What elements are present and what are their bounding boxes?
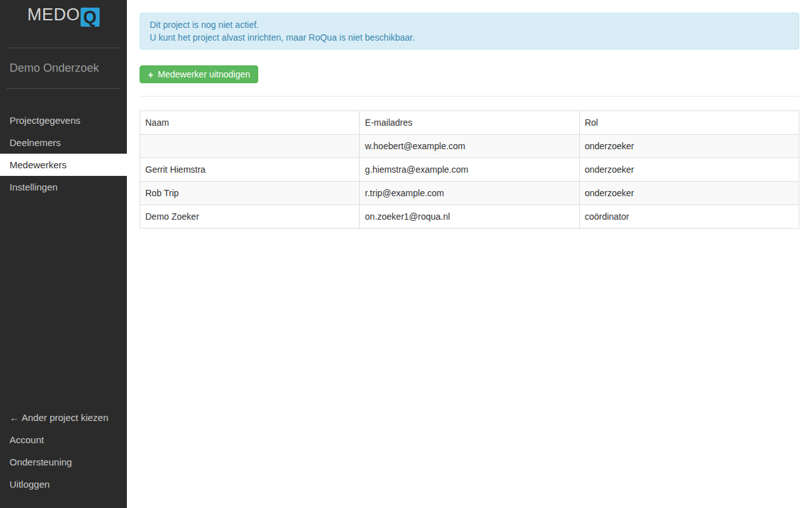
sidebar-item-projectgegevens[interactable]: Projectgegevens: [0, 109, 127, 131]
left-arrow-icon: ←: [10, 412, 19, 423]
table-row: Rob Trip r.trip@example.com onderzoeker: [140, 182, 799, 205]
sidebar-item-ander-project-kiezen[interactable]: ←Ander project kiezen: [0, 406, 127, 429]
cell-naam: [140, 135, 360, 158]
logo-text: MEDO: [27, 5, 80, 24]
plus-icon: +: [148, 70, 154, 79]
sidebar-nav: Projectgegevens Deelnemers Medewerkers I…: [0, 109, 127, 198]
sidebar-item-label: Ander project kiezen: [22, 412, 108, 423]
invite-medewerker-button[interactable]: + Medewerker uitnodigen: [140, 65, 258, 83]
medewerkers-table: Naam E-mailadres Rol w.hoebert@example.c…: [140, 110, 799, 229]
cell-email: r.trip@example.com: [360, 182, 579, 205]
cell-email: w.hoebert@example.com: [360, 135, 579, 158]
cell-rol: onderzoeker: [579, 135, 799, 158]
sidebar: MEDOQ Demo Onderzoek Projectgegevens Dee…: [0, 0, 127, 508]
project-inactive-alert: Dit project is nog niet actief. U kunt h…: [140, 13, 799, 50]
alert-line: Dit project is nog niet actief.: [150, 18, 789, 31]
alert-line: U kunt het project alvast inrichten, maa…: [150, 31, 789, 44]
table-row: Demo Zoeker on.zoeker1@roqua.nl coördina…: [140, 205, 799, 229]
sidebar-divider: [6, 88, 121, 89]
cell-email: on.zoeker1@roqua.nl: [360, 205, 579, 229]
main-content: Dit project is nog niet actief. U kunt h…: [127, 0, 812, 508]
sidebar-item-deelnemers[interactable]: Deelnemers: [0, 131, 127, 154]
cell-naam: Demo Zoeker: [140, 205, 360, 229]
cell-email: g.hiemstra@example.com: [360, 158, 579, 182]
cell-rol: coördinator: [579, 205, 799, 229]
sidebar-footer: ←Ander project kiezen Account Ondersteun…: [0, 406, 127, 495]
cell-naam: Gerrit Hiemstra: [140, 158, 360, 182]
cell-rol: onderzoeker: [579, 158, 799, 182]
logo-q-badge: Q: [81, 8, 100, 27]
column-header-emailadres: E-mailadres: [360, 111, 579, 135]
cell-naam: Rob Trip: [140, 182, 360, 205]
table-row: w.hoebert@example.com onderzoeker: [140, 135, 799, 158]
sidebar-item-uitloggen[interactable]: Uitloggen: [0, 473, 127, 495]
column-header-rol: Rol: [579, 111, 799, 135]
table-row: Gerrit Hiemstra g.hiemstra@example.com o…: [140, 158, 799, 182]
content-divider: [140, 96, 799, 97]
column-header-naam: Naam: [140, 111, 360, 135]
sidebar-item-ondersteuning[interactable]: Ondersteuning: [0, 451, 127, 473]
app-logo: MEDOQ: [0, 0, 127, 30]
table-header-row: Naam E-mailadres Rol: [140, 111, 799, 135]
sidebar-item-account[interactable]: Account: [0, 429, 127, 451]
sidebar-item-instellingen[interactable]: Instellingen: [0, 176, 127, 198]
invite-button-label: Medewerker uitnodigen: [158, 66, 251, 83]
project-name: Demo Onderzoek: [0, 48, 127, 88]
sidebar-item-medewerkers[interactable]: Medewerkers: [0, 154, 127, 176]
cell-rol: onderzoeker: [579, 182, 799, 205]
